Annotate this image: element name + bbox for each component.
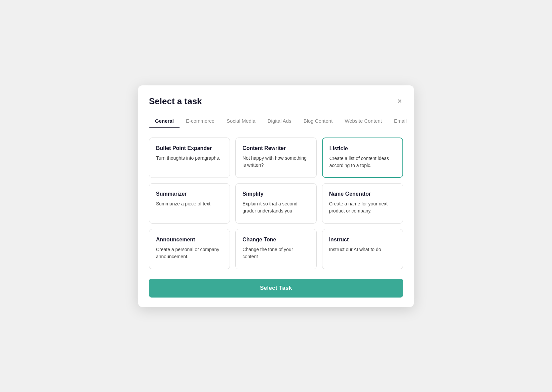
card-description: Create a name for your next product or c… (329, 200, 396, 214)
card-title: Content Rewriter (242, 145, 309, 151)
tab-website-content[interactable]: Website Content (339, 115, 388, 128)
task-card-name-generator[interactable]: Name GeneratorCreate a name for your nex… (322, 183, 403, 224)
card-description: Summarize a piece of text (156, 200, 223, 207)
card-title: Announcement (156, 237, 223, 243)
tab-blog-content[interactable]: Blog Content (298, 115, 339, 128)
card-description: Turn thoughts into paragraphs. (156, 155, 223, 162)
card-title: Name Generator (329, 191, 396, 197)
card-description: Explain it so that a second grader under… (242, 200, 309, 214)
modal-title: Select a task (149, 96, 202, 107)
close-button[interactable]: × (396, 96, 403, 106)
task-card-announcement[interactable]: AnnouncementCreate a personal or company… (149, 229, 230, 269)
card-title: Summarizer (156, 191, 223, 197)
cards-grid: Bullet Point ExpanderTurn thoughts into … (149, 138, 403, 269)
card-description: Not happy with how something is written? (242, 155, 309, 169)
tab-e-commerce[interactable]: E-commerce (180, 115, 221, 128)
task-card-summarizer[interactable]: SummarizerSummarize a piece of text (149, 183, 230, 224)
card-description: Create a personal or company announcemen… (156, 246, 223, 260)
tab-bar: GeneralE-commerceSocial MediaDigital Ads… (149, 115, 403, 128)
card-title: Simplify (242, 191, 309, 197)
task-card-instruct[interactable]: InstructInstruct our AI what to do (322, 229, 403, 269)
card-title: Change Tone (242, 237, 309, 243)
select-task-button[interactable]: Select Task (149, 279, 403, 298)
tab-general[interactable]: General (149, 115, 180, 128)
card-description: Change the tone of your content (242, 246, 309, 260)
card-title: Bullet Point Expander (156, 145, 223, 151)
task-card-listicle[interactable]: ListicleCreate a list of content ideas a… (322, 138, 403, 178)
tab-social-media[interactable]: Social Media (221, 115, 262, 128)
card-title: Listicle (329, 146, 396, 152)
task-card-content-rewriter[interactable]: Content RewriterNot happy with how somet… (235, 138, 316, 178)
task-card-change-tone[interactable]: Change ToneChange the tone of your conte… (235, 229, 316, 269)
task-card-simplify[interactable]: SimplifyExplain it so that a second grad… (235, 183, 316, 224)
modal-header: Select a task × (149, 96, 403, 107)
card-description: Create a list of content ideas according… (329, 155, 396, 169)
tab-email[interactable]: Email (388, 115, 413, 128)
task-card-bullet-point-expander[interactable]: Bullet Point ExpanderTurn thoughts into … (149, 138, 230, 178)
tab-digital-ads[interactable]: Digital Ads (262, 115, 298, 128)
card-title: Instruct (329, 237, 396, 243)
select-task-modal: Select a task × GeneralE-commerceSocial … (138, 85, 414, 307)
card-description: Instruct our AI what to do (329, 246, 396, 253)
